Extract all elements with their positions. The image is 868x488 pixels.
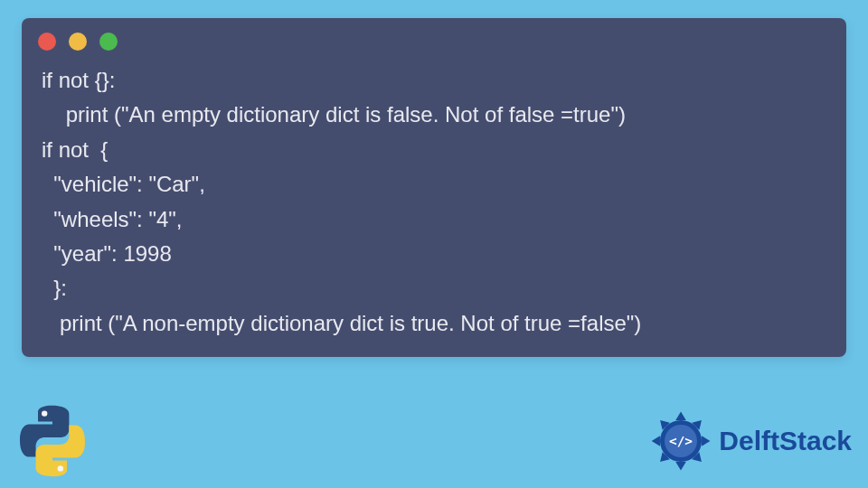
code-line: }: xyxy=(42,276,67,300)
python-logo-icon xyxy=(13,401,92,481)
svg-point-0 xyxy=(42,410,47,416)
svg-marker-4 xyxy=(702,436,710,446)
delftstack-brand-text: DelftStack xyxy=(719,426,852,456)
code-window: if not {}: print ("An empty dictionary d… xyxy=(22,18,846,357)
code-line: print ("A non-empty dictionary dict is t… xyxy=(42,311,641,335)
window-maximize-dot xyxy=(99,33,118,51)
window-minimize-dot xyxy=(69,33,87,51)
delftstack-gear-icon: </> xyxy=(648,408,713,474)
svg-point-1 xyxy=(58,465,63,471)
code-line: "wheels": "4", xyxy=(42,207,182,231)
window-controls xyxy=(22,18,846,60)
delftstack-logo: </> DelftStack xyxy=(648,408,852,474)
svg-text:</>: </> xyxy=(669,434,693,448)
code-line: "vehicle": "Car", xyxy=(42,172,205,196)
code-line: if not { xyxy=(42,137,108,162)
window-close-dot xyxy=(38,33,56,51)
code-line: "year": 1998 xyxy=(42,241,172,266)
code-line: if not {}: xyxy=(42,68,115,92)
code-line: print ("An empty dictionary dict is fals… xyxy=(42,102,626,127)
svg-marker-2 xyxy=(676,412,687,420)
svg-marker-6 xyxy=(676,462,687,470)
code-block: if not {}: print ("An empty dictionary d… xyxy=(22,60,846,341)
svg-marker-8 xyxy=(652,436,660,446)
